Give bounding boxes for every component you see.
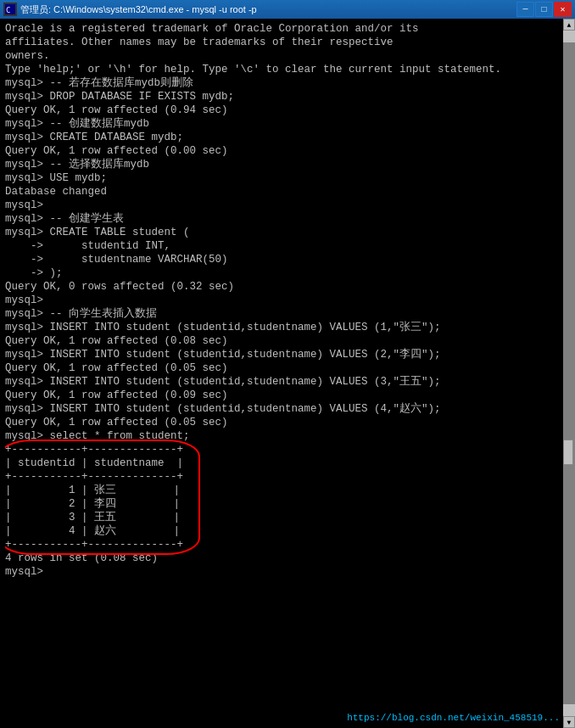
terminal-line: mysql> INSERT INTO student (studentid,st… [5, 375, 558, 389]
result-table-container: +-----------+--------------+| studentid … [5, 443, 183, 552]
table-row: | 4 | 赵六 | [5, 524, 183, 538]
terminal-line: Query OK, 1 row affected (0.00 sec) [5, 144, 558, 158]
terminal-line: mysql> -- 若存在数据库mydb则删除 [5, 76, 558, 90]
titlebar: C 管理员: C:\Windows\system32\cmd.exe - mys… [0, 0, 575, 19]
terminal-line: mysql> -- 创建学生表 [5, 212, 558, 226]
scrollbar: ▲ ▼ [563, 19, 575, 728]
terminal-line: mysql> [5, 199, 558, 212]
table-row: +-----------+--------------+ [5, 443, 183, 456]
terminal-line: Query OK, 1 row affected (0.94 sec) [5, 104, 558, 117]
table-row: | 1 | 张三 | [5, 484, 183, 497]
terminal-line: mysql> -- 创建数据库mydb [5, 117, 558, 131]
titlebar-left: C 管理员: C:\Windows\system32\cmd.exe - mys… [3, 3, 257, 16]
terminal-line: mysql> select * from student; [5, 429, 558, 443]
terminal-line: mysql> -- 选择数据库mydb [5, 158, 558, 171]
window-controls: ─ □ ✕ [516, 2, 572, 17]
result-table: +-----------+--------------+| studentid … [5, 443, 183, 552]
svg-text:C: C [6, 6, 10, 14]
terminal-lines: Oracle is a registered trademark of Orac… [5, 22, 558, 443]
terminal-line: mysql> [5, 294, 558, 307]
terminal-line: Query OK, 1 row affected (0.05 sec) [5, 361, 558, 375]
table-row: +-----------+--------------+ [5, 538, 183, 552]
terminal-line: Database changed [5, 185, 558, 199]
terminal-line: Query OK, 0 rows affected (0.32 sec) [5, 280, 558, 294]
terminal-line: owners. [5, 49, 558, 63]
terminal-line: Oracle is a registered trademark of Orac… [5, 22, 558, 36]
terminal-line: mysql> USE mydb; [5, 171, 558, 185]
table-row: | studentid | studentname | [5, 456, 183, 470]
terminal-content: Oracle is a registered trademark of Orac… [5, 22, 558, 725]
scrollbar-track [563, 42, 575, 704]
close-button[interactable]: ✕ [554, 2, 572, 17]
table-row: +-----------+--------------+ [5, 470, 183, 484]
result-footer: 4 rows in set (0.08 sec) [5, 552, 558, 565]
terminal-line: mysql> CREATE DATABASE mydb; [5, 131, 558, 144]
terminal-line: mysql> INSERT INTO student (studentid,st… [5, 402, 558, 416]
terminal-line: -> ); [5, 266, 558, 280]
terminal-line: mysql> -- 向学生表插入数据 [5, 307, 558, 321]
maximize-button[interactable]: □ [535, 2, 553, 17]
table-row: | 3 | 王五 | [5, 511, 183, 524]
minimize-button[interactable]: ─ [516, 2, 534, 17]
terminal-line: -> studentname VARCHAR(50) [5, 253, 558, 266]
terminal-line: Type 'help;' or '\h' for help. Type '\c'… [5, 63, 558, 76]
table-row: | 2 | 李四 | [5, 497, 183, 511]
terminal-line: Query OK, 1 row affected (0.09 sec) [5, 389, 558, 402]
terminal-line: mysql> DROP DATABASE IF EXISTS mydb; [5, 90, 558, 104]
terminal-window[interactable]: Oracle is a registered trademark of Orac… [0, 19, 575, 728]
terminal-line: -> studentid INT, [5, 239, 558, 253]
scrollbar-down-button[interactable]: ▼ [563, 716, 575, 728]
terminal-line: Query OK, 1 row affected (0.08 sec) [5, 334, 558, 348]
terminal-line: mysql> CREATE TABLE student ( [5, 226, 558, 239]
terminal-line: affiliates. Other names may be trademark… [5, 36, 558, 49]
terminal-line: mysql> INSERT INTO student (studentid,st… [5, 321, 558, 334]
scrollbar-up-button[interactable]: ▲ [563, 19, 575, 31]
terminal-line: Query OK, 1 row affected (0.05 sec) [5, 416, 558, 429]
window-title: 管理员: C:\Windows\system32\cmd.exe - mysql… [20, 3, 257, 16]
watermark: https://blog.csdn.net/weixin_458519... [347, 713, 560, 723]
footer-lines: 4 rows in set (0.08 sec)mysql> [5, 552, 558, 579]
cmd-icon: C [3, 3, 17, 16]
mysql-prompt: mysql> [5, 565, 558, 579]
scrollbar-thumb[interactable] [563, 440, 573, 465]
terminal-line: mysql> INSERT INTO student (studentid,st… [5, 348, 558, 361]
